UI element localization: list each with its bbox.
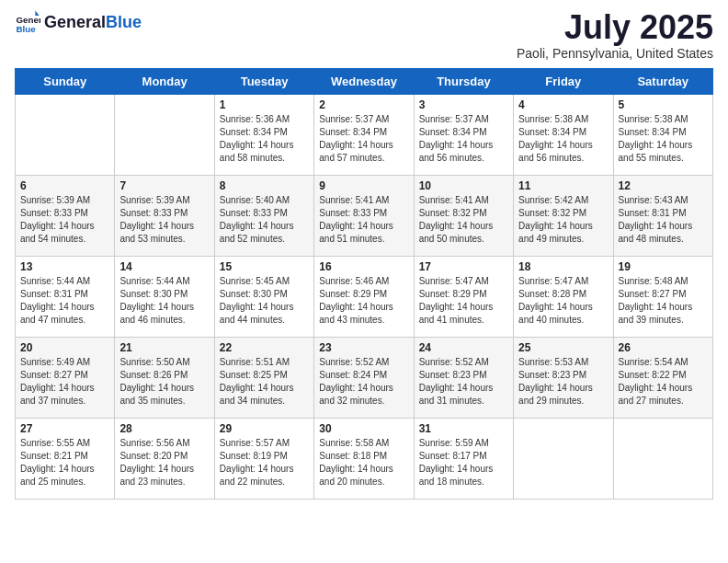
cell-info: Sunrise: 5:46 AM Sunset: 8:29 PM Dayligh… xyxy=(319,275,408,327)
cell-info: Sunrise: 5:52 AM Sunset: 8:23 PM Dayligh… xyxy=(419,356,508,408)
day-number: 6 xyxy=(20,179,109,192)
logo: General Blue GeneralBlue xyxy=(15,9,142,35)
cell-info: Sunrise: 5:49 AM Sunset: 8:27 PM Dayligh… xyxy=(20,356,109,408)
cell-info: Sunrise: 5:42 AM Sunset: 8:32 PM Dayligh… xyxy=(518,194,608,246)
day-number: 25 xyxy=(518,341,608,354)
cell-info: Sunrise: 5:51 AM Sunset: 8:25 PM Dayligh… xyxy=(220,356,309,408)
day-number: 23 xyxy=(319,341,408,354)
cell-info: Sunrise: 5:47 AM Sunset: 8:29 PM Dayligh… xyxy=(419,275,508,327)
day-header-tuesday: Tuesday xyxy=(214,68,313,94)
calendar-cell: 25Sunrise: 5:53 AM Sunset: 8:23 PM Dayli… xyxy=(514,337,613,418)
cell-info: Sunrise: 5:44 AM Sunset: 8:30 PM Dayligh… xyxy=(119,275,209,327)
calendar-cell: 6Sunrise: 5:39 AM Sunset: 8:33 PM Daylig… xyxy=(16,175,115,256)
day-number: 14 xyxy=(119,260,209,273)
day-number: 15 xyxy=(220,260,309,273)
week-row-2: 6Sunrise: 5:39 AM Sunset: 8:33 PM Daylig… xyxy=(16,175,713,256)
cell-info: Sunrise: 5:52 AM Sunset: 8:24 PM Dayligh… xyxy=(319,356,408,408)
subtitle: Paoli, Pennsylvania, United States xyxy=(517,46,713,61)
cell-info: Sunrise: 5:54 AM Sunset: 8:22 PM Dayligh… xyxy=(619,356,708,408)
day-number: 27 xyxy=(20,422,109,435)
calendar-cell: 12Sunrise: 5:43 AM Sunset: 8:31 PM Dayli… xyxy=(613,175,712,256)
cell-info: Sunrise: 5:57 AM Sunset: 8:19 PM Dayligh… xyxy=(220,437,309,488)
day-number: 2 xyxy=(319,98,408,111)
calendar-cell xyxy=(16,94,115,175)
cell-info: Sunrise: 5:41 AM Sunset: 8:33 PM Dayligh… xyxy=(319,194,408,246)
day-number: 26 xyxy=(619,341,708,354)
week-row-4: 20Sunrise: 5:49 AM Sunset: 8:27 PM Dayli… xyxy=(16,337,713,418)
calendar-cell: 19Sunrise: 5:48 AM Sunset: 8:27 PM Dayli… xyxy=(613,256,712,337)
calendar-cell: 7Sunrise: 5:39 AM Sunset: 8:33 PM Daylig… xyxy=(115,175,214,256)
cell-info: Sunrise: 5:48 AM Sunset: 8:27 PM Dayligh… xyxy=(619,275,708,327)
day-number: 17 xyxy=(419,260,508,273)
calendar-cell: 13Sunrise: 5:44 AM Sunset: 8:31 PM Dayli… xyxy=(16,256,115,337)
calendar-cell: 17Sunrise: 5:47 AM Sunset: 8:29 PM Dayli… xyxy=(414,256,513,337)
day-number: 12 xyxy=(619,179,708,192)
cell-info: Sunrise: 5:41 AM Sunset: 8:32 PM Dayligh… xyxy=(419,194,508,246)
day-number: 11 xyxy=(518,179,608,192)
cell-info: Sunrise: 5:56 AM Sunset: 8:20 PM Dayligh… xyxy=(119,437,209,488)
day-number: 10 xyxy=(419,179,508,192)
calendar-cell: 11Sunrise: 5:42 AM Sunset: 8:32 PM Dayli… xyxy=(514,175,613,256)
calendar-cell: 18Sunrise: 5:47 AM Sunset: 8:28 PM Dayli… xyxy=(514,256,613,337)
day-number: 22 xyxy=(220,341,309,354)
cell-info: Sunrise: 5:37 AM Sunset: 8:34 PM Dayligh… xyxy=(319,113,408,165)
day-number: 4 xyxy=(518,98,608,111)
calendar-cell: 20Sunrise: 5:49 AM Sunset: 8:27 PM Dayli… xyxy=(16,337,115,418)
logo-general: General xyxy=(44,13,106,31)
day-number: 5 xyxy=(619,98,708,111)
week-row-3: 13Sunrise: 5:44 AM Sunset: 8:31 PM Dayli… xyxy=(16,256,713,337)
day-header-wednesday: Wednesday xyxy=(314,68,414,94)
calendar-cell: 30Sunrise: 5:58 AM Sunset: 8:18 PM Dayli… xyxy=(314,418,414,499)
calendar-cell: 28Sunrise: 5:56 AM Sunset: 8:20 PM Dayli… xyxy=(115,418,214,499)
cell-info: Sunrise: 5:45 AM Sunset: 8:30 PM Dayligh… xyxy=(220,275,309,327)
day-number: 20 xyxy=(20,341,109,354)
day-number: 24 xyxy=(419,341,508,354)
calendar-cell xyxy=(514,418,613,499)
calendar-cell: 4Sunrise: 5:38 AM Sunset: 8:34 PM Daylig… xyxy=(514,94,613,175)
cell-info: Sunrise: 5:50 AM Sunset: 8:26 PM Dayligh… xyxy=(119,356,209,408)
cell-info: Sunrise: 5:58 AM Sunset: 8:18 PM Dayligh… xyxy=(319,437,408,488)
calendar-cell: 26Sunrise: 5:54 AM Sunset: 8:22 PM Dayli… xyxy=(613,337,712,418)
title-area: July 2025 Paoli, Pennsylvania, United St… xyxy=(517,9,713,61)
svg-text:Blue: Blue xyxy=(16,24,36,34)
day-header-monday: Monday xyxy=(115,68,214,94)
cell-info: Sunrise: 5:38 AM Sunset: 8:34 PM Dayligh… xyxy=(518,113,608,165)
day-header-saturday: Saturday xyxy=(613,68,712,94)
cell-info: Sunrise: 5:36 AM Sunset: 8:34 PM Dayligh… xyxy=(220,113,309,165)
day-header-thursday: Thursday xyxy=(414,68,513,94)
cell-info: Sunrise: 5:47 AM Sunset: 8:28 PM Dayligh… xyxy=(518,275,608,327)
day-number: 31 xyxy=(419,422,508,435)
calendar-cell: 27Sunrise: 5:55 AM Sunset: 8:21 PM Dayli… xyxy=(16,418,115,499)
header: General Blue GeneralBlue July 2025 Paoli… xyxy=(15,9,713,61)
calendar-cell: 2Sunrise: 5:37 AM Sunset: 8:34 PM Daylig… xyxy=(314,94,414,175)
calendar-cell: 16Sunrise: 5:46 AM Sunset: 8:29 PM Dayli… xyxy=(314,256,414,337)
cell-info: Sunrise: 5:59 AM Sunset: 8:17 PM Dayligh… xyxy=(419,437,508,488)
week-row-1: 1Sunrise: 5:36 AM Sunset: 8:34 PM Daylig… xyxy=(16,94,713,175)
week-row-5: 27Sunrise: 5:55 AM Sunset: 8:21 PM Dayli… xyxy=(16,418,713,499)
day-number: 29 xyxy=(220,422,309,435)
calendar-cell: 24Sunrise: 5:52 AM Sunset: 8:23 PM Dayli… xyxy=(414,337,513,418)
day-header-sunday: Sunday xyxy=(16,68,115,94)
day-header-friday: Friday xyxy=(514,68,613,94)
calendar-cell xyxy=(613,418,712,499)
header-row: SundayMondayTuesdayWednesdayThursdayFrid… xyxy=(16,68,713,94)
cell-info: Sunrise: 5:39 AM Sunset: 8:33 PM Dayligh… xyxy=(20,194,109,246)
calendar-cell: 31Sunrise: 5:59 AM Sunset: 8:17 PM Dayli… xyxy=(414,418,513,499)
day-number: 18 xyxy=(518,260,608,273)
logo-icon: General Blue xyxy=(15,9,40,35)
cell-info: Sunrise: 5:44 AM Sunset: 8:31 PM Dayligh… xyxy=(20,275,109,327)
calendar-cell: 10Sunrise: 5:41 AM Sunset: 8:32 PM Dayli… xyxy=(414,175,513,256)
day-number: 21 xyxy=(119,341,209,354)
calendar-cell: 14Sunrise: 5:44 AM Sunset: 8:30 PM Dayli… xyxy=(115,256,214,337)
day-number: 9 xyxy=(319,179,408,192)
calendar-cell: 22Sunrise: 5:51 AM Sunset: 8:25 PM Dayli… xyxy=(214,337,313,418)
day-number: 16 xyxy=(319,260,408,273)
cell-info: Sunrise: 5:43 AM Sunset: 8:31 PM Dayligh… xyxy=(619,194,708,246)
day-number: 13 xyxy=(20,260,109,273)
day-number: 1 xyxy=(220,98,309,111)
cell-info: Sunrise: 5:37 AM Sunset: 8:34 PM Dayligh… xyxy=(419,113,508,165)
day-number: 19 xyxy=(619,260,708,273)
cell-info: Sunrise: 5:53 AM Sunset: 8:23 PM Dayligh… xyxy=(518,356,608,408)
day-number: 30 xyxy=(319,422,408,435)
cell-info: Sunrise: 5:40 AM Sunset: 8:33 PM Dayligh… xyxy=(220,194,309,246)
